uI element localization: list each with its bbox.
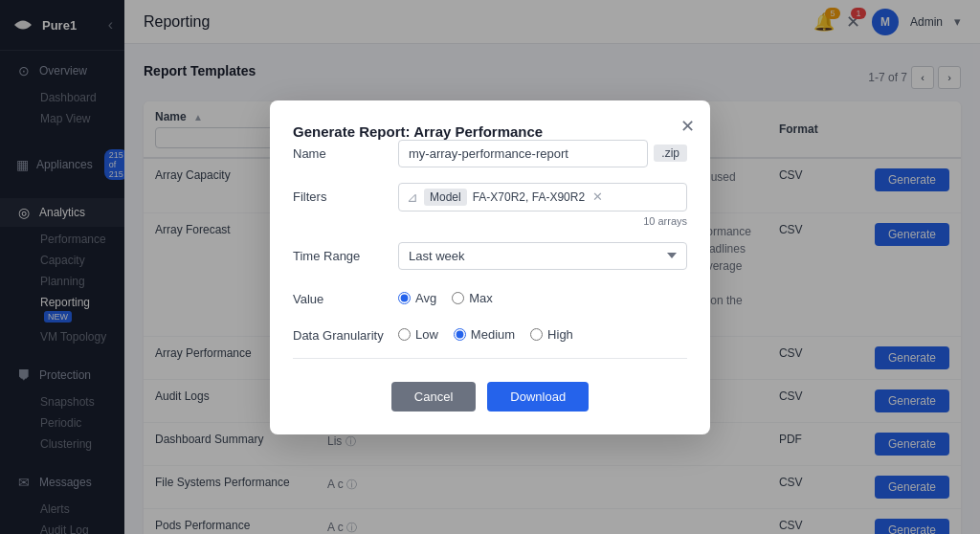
filter-tag: Model <box>424 189 467 206</box>
granularity-high-radio[interactable] <box>530 328 543 341</box>
filter-count: 10 arrays <box>398 215 687 227</box>
modal-close-button[interactable]: ✕ <box>680 116 695 137</box>
modal-field-filters: Filters ⊿ Model FA-X70R2, FA-X90R2 ✕ 10 … <box>293 183 687 227</box>
modal-field-name: Name .zip <box>293 140 687 167</box>
value-radio-group: Avg Max <box>398 285 687 305</box>
granularity-low-radio[interactable] <box>398 328 411 341</box>
cancel-button[interactable]: Cancel <box>391 382 476 412</box>
modal-timerange-label: Time Range <box>293 242 398 263</box>
granularity-low-option[interactable]: Low <box>398 327 438 342</box>
filter-row[interactable]: ⊿ Model FA-X70R2, FA-X90R2 ✕ <box>398 183 687 211</box>
name-input-row: .zip <box>398 140 687 167</box>
value-avg-option[interactable]: Avg <box>398 291 436 305</box>
zip-badge: .zip <box>654 145 687 162</box>
modal-footer: Cancel Download <box>293 382 687 412</box>
report-name-input[interactable] <box>398 140 648 167</box>
download-button[interactable]: Download <box>487 382 589 412</box>
modal-overlay: Generate Report: Array Performance ✕ Nam… <box>0 0 980 534</box>
modal-timerange-control: Last week Last month Last quarter Last y… <box>398 242 687 270</box>
filter-icon: ⊿ <box>407 189 418 205</box>
modal-granularity-label: Data Granularity <box>293 322 398 343</box>
granularity-high-label: High <box>547 327 573 342</box>
granularity-medium-label: Medium <box>471 327 515 342</box>
modal-title: Generate Report: Array Performance <box>293 123 543 140</box>
modal-field-value: Value Avg Max <box>293 285 687 306</box>
value-max-radio[interactable] <box>452 292 464 304</box>
time-range-select[interactable]: Last week Last month Last quarter Last y… <box>398 242 687 270</box>
granularity-medium-option[interactable]: Medium <box>454 327 515 342</box>
modal-name-label: Name <box>293 140 398 161</box>
filter-value: FA-X70R2, FA-X90R2 <box>473 190 585 204</box>
modal-filters-control: ⊿ Model FA-X70R2, FA-X90R2 ✕ 10 arrays <box>398 183 687 227</box>
value-max-option[interactable]: Max <box>452 291 493 305</box>
modal-value-label: Value <box>293 285 398 306</box>
value-avg-radio[interactable] <box>398 292 411 304</box>
granularity-high-option[interactable]: High <box>530 327 573 342</box>
modal-field-timerange: Time Range Last week Last month Last qua… <box>293 242 687 270</box>
value-avg-label: Avg <box>415 291 436 305</box>
modal-value-control: Avg Max <box>398 285 687 305</box>
modal-name-control: .zip <box>398 140 687 167</box>
modal-granularity-control: Low Medium High <box>398 322 687 342</box>
granularity-radio-group: Low Medium High <box>398 322 687 342</box>
modal-filters-label: Filters <box>293 183 398 204</box>
filter-clear-button[interactable]: ✕ <box>592 189 603 204</box>
modal-divider <box>293 358 687 359</box>
generate-report-modal: Generate Report: Array Performance ✕ Nam… <box>270 100 710 434</box>
granularity-low-label: Low <box>415 327 438 342</box>
granularity-medium-radio[interactable] <box>454 328 466 341</box>
value-max-label: Max <box>469 291 493 305</box>
modal-field-granularity: Data Granularity Low Medium High <box>293 322 687 343</box>
